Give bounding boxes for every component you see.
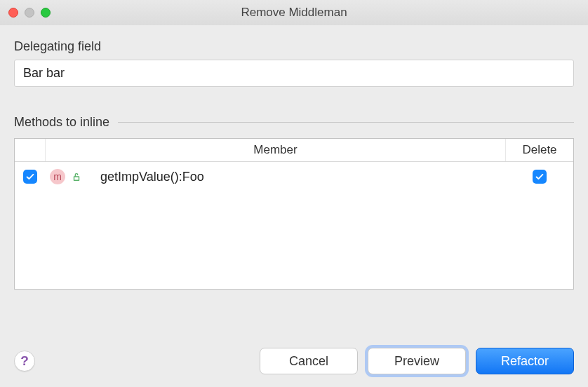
delegating-field-value: Bar bar [14,60,574,87]
traffic-lights [8,8,51,18]
zoom-window-button[interactable] [41,8,51,18]
window-title: Remove Middleman [241,6,347,20]
refactor-button[interactable]: Refactor [476,348,574,374]
check-icon [25,172,35,182]
methods-section-label: Methods to inline [14,115,109,130]
titlebar: Remove Middleman [0,0,588,25]
help-button[interactable]: ? [14,351,35,372]
table-header: Member Delete [15,139,573,162]
cancel-button[interactable]: Cancel [260,348,358,374]
column-select [15,139,46,161]
member-signature: getImpValue():Foo [100,170,204,184]
row-delete-checkbox[interactable] [533,170,547,184]
delegating-field-label: Delegating field [14,39,574,54]
unlock-icon [71,171,82,182]
column-delete: Delete [506,139,573,161]
minimize-window-button[interactable] [25,8,34,18]
methods-table: Member Delete m getImpValue():Foo [14,138,574,290]
method-icon: m [50,169,65,184]
methods-section-header: Methods to inline [14,115,574,130]
dialog-footer: ? Cancel Preview Refactor [14,348,574,374]
column-member: Member [46,139,506,161]
row-select-checkbox[interactable] [23,170,37,184]
footer-buttons: Cancel Preview Refactor [260,348,574,374]
dialog-content: Delegating field Bar bar Methods to inli… [0,25,588,290]
section-divider [118,122,574,123]
close-window-button[interactable] [8,8,18,18]
check-icon [535,172,544,182]
preview-button[interactable]: Preview [368,348,466,374]
table-row: m getImpValue():Foo [15,162,573,191]
